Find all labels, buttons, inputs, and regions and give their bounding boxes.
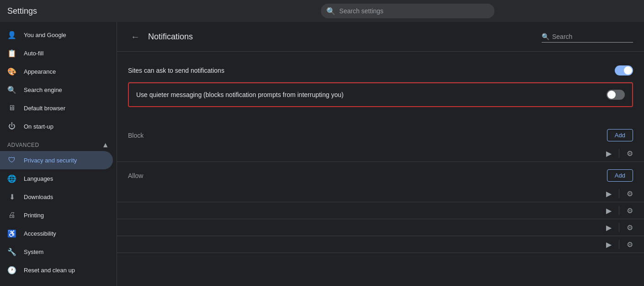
sidebar-item-autofill[interactable]: 📋 Auto-fill	[0, 44, 113, 62]
sidebar-label-privacy-security: Privacy and security	[24, 157, 77, 164]
main-layout: 👤 You and Google 📋 Auto-fill 🎨 Appearanc…	[0, 22, 644, 286]
allow-row1-divider	[619, 189, 619, 198]
allow-list-row-1: ▶ ⚙	[117, 185, 644, 202]
privacy-security-icon: 🛡	[7, 156, 16, 165]
top-search-icon: 🔍	[326, 7, 335, 16]
app-title: Settings	[7, 6, 37, 16]
search-engine-icon: 🔍	[7, 85, 16, 94]
advanced-chevron-icon: ▲	[102, 141, 109, 149]
advanced-label: Advanced	[7, 142, 39, 148]
content-search-icon: 🔍	[542, 33, 549, 40]
sidebar-item-printing[interactable]: 🖨 Printing	[0, 206, 113, 224]
default-browser-icon: 🖥	[7, 103, 16, 113]
reset-clean-icon: 🕐	[7, 265, 16, 275]
sidebar-item-reset-clean[interactable]: 🕐 Reset and clean up	[0, 261, 113, 279]
sidebar-label-reset-clean: Reset and clean up	[24, 267, 75, 274]
quieter-messaging-toggle[interactable]	[607, 90, 625, 100]
accessibility-icon: ♿	[7, 229, 16, 238]
allow-row3-divider	[619, 223, 619, 232]
notifications-settings: Sites can ask to send notifications Use …	[117, 52, 644, 122]
allow-list-row-4: ▶ ⚙	[117, 236, 644, 253]
content-panel: ← Notifications 🔍 Sites can ask to send …	[117, 22, 644, 286]
allow-row2-divider	[619, 206, 619, 215]
autofill-icon: 📋	[7, 49, 16, 58]
person-icon: 👤	[7, 30, 16, 39]
content-header: ← Notifications 🔍	[117, 22, 644, 52]
printing-icon: 🖨	[7, 210, 16, 220]
appearance-icon: 🎨	[7, 67, 16, 76]
block-section-header: Block Add	[117, 122, 644, 145]
sidebar-item-on-startup[interactable]: ⏻ On start-up	[0, 117, 113, 135]
top-search-input[interactable]	[339, 7, 489, 15]
allow-row1-gear-icon[interactable]: ⚙	[627, 189, 633, 198]
allow-row4-divider	[619, 240, 619, 249]
downloads-icon: ⬇	[7, 192, 16, 201]
allow-list-row-2: ▶ ⚙	[117, 202, 644, 219]
sidebar-item-default-browser[interactable]: 🖥 Default browser	[0, 99, 113, 117]
on-startup-icon: ⏻	[7, 122, 16, 131]
advanced-section-header[interactable]: Advanced ▲	[0, 135, 117, 151]
allow-row2-gear-icon[interactable]: ⚙	[627, 206, 633, 215]
sites-can-ask-toggle-track[interactable]	[615, 65, 633, 76]
sidebar-item-system[interactable]: 🔧 System	[0, 243, 113, 261]
quieter-messaging-toggle-track[interactable]	[607, 90, 625, 100]
block-add-button[interactable]: Add	[607, 129, 633, 141]
allow-row4-expand-icon[interactable]: ▶	[606, 240, 612, 249]
page-title: Notifications	[148, 32, 536, 42]
block-list-row-1: ▶ ⚙	[117, 145, 644, 162]
allow-label: Allow	[128, 172, 143, 179]
system-icon: 🔧	[7, 247, 16, 256]
sites-can-ask-label: Sites can ask to send notifications	[128, 67, 224, 74]
allow-row3-gear-icon[interactable]: ⚙	[627, 223, 633, 232]
back-button[interactable]: ←	[128, 29, 143, 44]
sidebar-label-accessibility: Accessibility	[24, 230, 56, 237]
block-row1-expand-icon[interactable]: ▶	[606, 149, 612, 158]
allow-row3-expand-icon[interactable]: ▶	[606, 223, 612, 232]
quieter-messaging-toggle-thumb	[607, 91, 616, 99]
sidebar-item-privacy-security[interactable]: 🛡 Privacy and security	[0, 151, 113, 169]
quieter-messaging-row: Use quieter messaging (blocks notificati…	[128, 82, 633, 107]
allow-row1-expand-icon[interactable]: ▶	[606, 189, 612, 198]
sidebar-label-autofill: Auto-fill	[24, 50, 43, 57]
sidebar-item-search-engine[interactable]: 🔍 Search engine	[0, 81, 113, 99]
sidebar-label-you-and-google: You and Google	[24, 32, 66, 38]
allow-row2-expand-icon[interactable]: ▶	[606, 206, 612, 215]
sidebar: 👤 You and Google 📋 Auto-fill 🎨 Appearanc…	[0, 22, 117, 286]
sidebar-item-languages[interactable]: 🌐 Languages	[0, 169, 113, 188]
sidebar-label-search-engine: Search engine	[24, 86, 62, 93]
sidebar-label-default-browser: Default browser	[24, 105, 65, 112]
sidebar-item-downloads[interactable]: ⬇ Downloads	[0, 188, 113, 206]
sidebar-label-appearance: Appearance	[24, 68, 56, 75]
allow-row4-gear-icon[interactable]: ⚙	[627, 240, 633, 249]
sidebar-label-downloads: Downloads	[24, 194, 53, 200]
sidebar-item-you-and-google[interactable]: 👤 You and Google	[0, 26, 113, 44]
sites-can-ask-toggle-thumb	[624, 66, 632, 75]
top-bar: Settings 🔍	[0, 0, 644, 22]
allow-section-header: Allow Add	[117, 162, 644, 185]
sidebar-label-languages: Languages	[24, 175, 53, 182]
sidebar-label-on-startup: On start-up	[24, 123, 53, 130]
languages-icon: 🌐	[7, 174, 16, 183]
block-row1-divider	[619, 149, 619, 158]
content-search-input[interactable]	[552, 33, 632, 40]
allow-add-button[interactable]: Add	[607, 169, 633, 182]
block-row1-gear-icon[interactable]: ⚙	[627, 149, 633, 158]
sidebar-item-accessibility[interactable]: ♿ Accessibility	[0, 224, 113, 243]
sidebar-label-printing: Printing	[24, 212, 44, 219]
sidebar-item-appearance[interactable]: 🎨 Appearance	[0, 62, 113, 81]
sites-can-ask-toggle[interactable]	[615, 65, 633, 76]
content-search-bar[interactable]: 🔍	[542, 31, 633, 43]
sites-can-ask-row: Sites can ask to send notifications	[128, 59, 633, 82]
top-search-bar[interactable]: 🔍	[321, 4, 495, 18]
sidebar-label-system: System	[24, 248, 43, 255]
block-label: Block	[128, 132, 144, 139]
quieter-messaging-label: Use quieter messaging (blocks notificati…	[136, 91, 344, 98]
allow-list-row-3: ▶ ⚙	[117, 219, 644, 236]
